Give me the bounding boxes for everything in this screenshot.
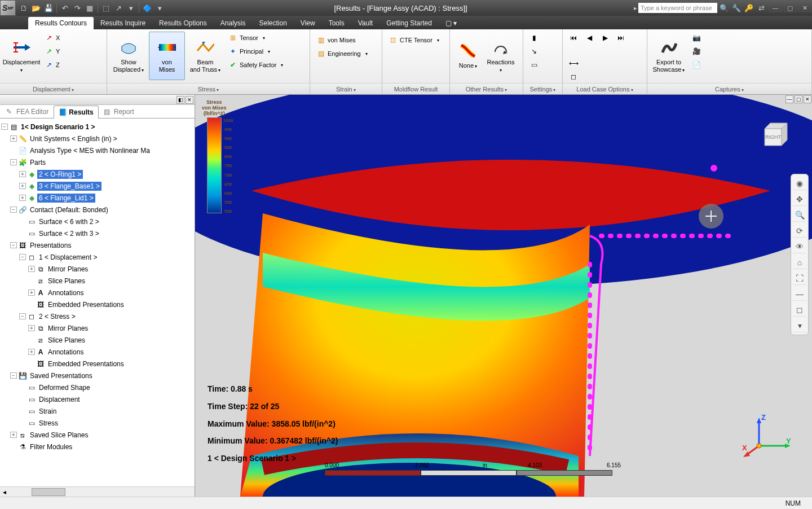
nav-home-icon[interactable]: ⌂ [793,256,806,269]
panel-title-other[interactable]: Other Results [466,86,507,93]
expander-icon[interactable]: − [10,159,17,165]
settings-legend-button[interactable]: ▮ [527,32,541,44]
tab-fea-editor[interactable]: ✎FEA Editor [1,105,54,118]
displacement-button[interactable]: Displacement [3,32,39,80]
tree-mirror2[interactable]: Mirror Planes [46,324,90,333]
tree-embed2[interactable]: Embedded Presentations [46,359,126,368]
tree-part-oring[interactable]: 2 < O-Ring1 > [37,170,83,179]
vp-close-icon[interactable]: ✕ [804,95,811,103]
nav-orbit-icon[interactable]: ⟳ [793,224,806,238]
nav-look-icon[interactable]: 👁 [793,240,806,253]
binoculars-icon[interactable]: 🔍 [718,2,730,14]
tree-saved-4[interactable]: Stress [37,419,60,428]
tree-slice[interactable]: Slice Planes [46,277,87,286]
panel-title-stress[interactable]: Stress [198,86,219,93]
tab-view[interactable]: View [294,17,322,29]
tab-report[interactable]: ▤Report [99,105,139,118]
key-icon[interactable]: 🔑 [743,2,754,14]
browser-close-icon[interactable]: ✕ [186,96,193,104]
displacement-y-button[interactable]: ↗Y [42,45,63,58]
nav-full-icon[interactable]: ⛶ [793,271,806,285]
panel-title-displacement[interactable]: Displacement [33,86,74,93]
nav-extra-icon[interactable]: ◻ [793,303,806,317]
tree-pres1[interactable]: 1 < Displacement > [37,253,99,262]
expander-icon[interactable]: − [19,254,26,260]
minimize-button[interactable]: — [769,4,782,12]
search-chevron-icon[interactable]: ▸ [634,5,637,12]
none-button[interactable]: None [453,32,483,80]
principal-button[interactable]: ✦Principal▾ [226,45,286,58]
tree-analysis[interactable]: Analysis Type < MES with Nonlinear Ma [28,146,152,155]
tree-filter[interactable]: Filter Modules [28,442,74,451]
lc-last-button[interactable]: ⏭ [614,32,628,44]
tree-parts[interactable]: Parts [28,158,47,167]
app-menu-icon[interactable]: SMP [0,0,16,16]
tree-unit[interactable]: Unit Systems < English (in) > [28,134,119,143]
expander-icon[interactable]: + [28,325,35,331]
tree-presentations[interactable]: Presentations [28,241,73,250]
nav-wheel-icon[interactable]: ◉ [793,177,806,190]
expander-icon[interactable]: − [10,242,17,248]
settings-range-button[interactable]: ▭ [527,59,541,71]
tree-root[interactable]: 1< Design Scenario 1 > [19,122,96,131]
tree-annot2[interactable]: Annotations [46,348,85,357]
tab-analysis[interactable]: Analysis [214,17,253,29]
tab-results-inquire[interactable]: Results Inquire [94,17,152,29]
panel-title-settings[interactable]: Settings [530,86,556,93]
close-button[interactable]: ✕ [798,4,811,12]
browser-tree[interactable]: −▤1< Design Scenario 1 > +📏Unit Systems … [0,119,195,486]
maximize-button[interactable]: ▢ [784,4,796,12]
tab-getting-started[interactable]: Getting Started [379,17,439,29]
capture-report-button[interactable]: 📄 [689,59,704,71]
tree-contact-2[interactable]: Surface < 2 with 3 > [37,229,101,238]
show-displaced-button[interactable]: Show Displaced [111,32,147,80]
tab-results-contours[interactable]: Results Contours [28,17,94,29]
tree-slice2[interactable]: Slice Planes [46,336,87,345]
expander-icon[interactable]: + [28,349,35,355]
tree-contact-1[interactable]: Surface < 6 with 2 > [37,217,101,226]
expander-icon[interactable]: + [19,183,26,189]
tab-results-browser[interactable]: 📘Results [54,106,98,119]
lc-select-button[interactable]: ◻ [566,71,581,83]
tree-mirror[interactable]: Mirror Planes [46,265,90,274]
nav-dd-icon[interactable]: ▾ [793,319,806,332]
panel-title-loadcase[interactable]: Load Case Options [576,86,633,93]
capture-image-button[interactable]: 📷 [689,32,704,44]
cte-tensor-button[interactable]: ⊡CTE Tensor▾ [386,34,442,46]
qat-dd2-icon[interactable]: ▾ [154,2,165,14]
qat-arrow-icon[interactable]: ↗ [113,2,124,14]
qat-box-icon[interactable]: ▦ [84,2,95,14]
browser-pin-icon[interactable]: ◧ [176,96,184,104]
exchange-icon[interactable]: ⇄ [756,2,767,14]
displacement-z-button[interactable]: ↗Z [42,59,63,71]
tree-annot[interactable]: Annotations [46,288,85,297]
tree-part-base[interactable]: 3 < Flange_Base1 > [37,182,102,191]
settings-probe-button[interactable]: ↘ [527,45,541,58]
tab-vault[interactable]: Vault [351,17,379,29]
tensor-button[interactable]: ⊞Tensor▾ [226,32,286,44]
safety-factor-button[interactable]: ✔Safety Factor▾ [226,59,286,71]
lc-mid-button[interactable]: ⟷ [566,57,581,69]
nav-zoom-icon[interactable]: 🔍 [793,208,806,222]
lc-first-button[interactable]: ⏮ [566,32,581,44]
tab-tools[interactable]: Tools [322,17,351,29]
strain-eng-button[interactable]: ▤Engineering▾ [314,47,370,60]
expander-icon[interactable]: + [10,432,17,438]
qat-undo-icon[interactable]: ↶ [59,2,70,14]
panel-title-moldflow[interactable]: Moldflow Result [394,86,438,93]
expander-icon[interactable]: + [28,266,35,272]
lc-next-button[interactable]: ▶ [598,32,612,44]
browser-hscroll[interactable]: ◂ [0,486,195,497]
tab-overflow-icon[interactable]: ▢ ▾ [439,17,464,29]
panel-title-strain[interactable]: Strain [336,86,356,93]
beam-truss-button[interactable]: Beam and Truss [187,32,223,80]
qat-dd-icon[interactable]: ▾ [125,2,136,14]
tree-embed[interactable]: Embedded Presentations [46,300,126,309]
expander-icon[interactable]: + [10,135,17,142]
viewport[interactable]: — ▢ ✕ [195,95,812,497]
qat-app2-icon[interactable]: 🔷 [142,2,153,14]
view-cube[interactable]: RIGHT [757,117,793,153]
tree-slice-saved[interactable]: Saved Slice Planes [28,431,90,440]
expander-icon[interactable]: − [19,313,26,319]
lc-prev-button[interactable]: ◀ [582,32,597,44]
